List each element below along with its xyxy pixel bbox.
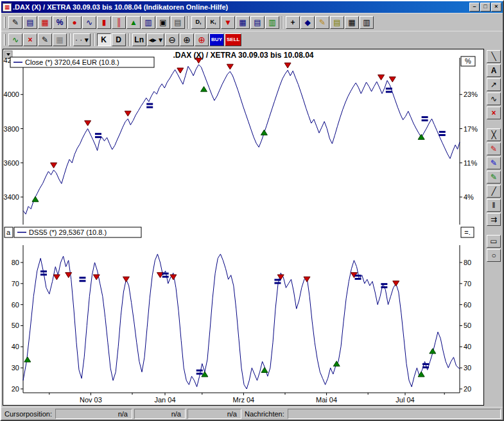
- price-axis-label: 4000: [4, 90, 19, 98]
- d-period-icon[interactable]: D,: [191, 16, 205, 29]
- daily-view-button[interactable]: D: [112, 33, 126, 46]
- rectangle-tool[interactable]: ▭: [487, 235, 501, 248]
- exit-marker: [79, 277, 85, 279]
- fan-arrows-tool[interactable]: ⇉: [487, 213, 501, 226]
- save-chart-icon[interactable]: ▣: [156, 16, 170, 29]
- crossed-lines-tool[interactable]: ╳: [487, 128, 501, 141]
- close-button[interactable]: ×: [491, 3, 501, 12]
- zoom-in-button[interactable]: ⊕: [180, 33, 194, 46]
- line-chart-icon[interactable]: ∿: [82, 16, 96, 29]
- bar-chart-icon[interactable]: ║: [112, 16, 126, 29]
- pencil-icon[interactable]: ✎: [38, 33, 52, 46]
- log-scale-button[interactable]: Ln: [132, 33, 146, 46]
- dss-axis-label: 40: [464, 343, 471, 350]
- toolbar-grip[interactable]: [4, 17, 6, 28]
- exit-marker: [439, 134, 446, 136]
- record-icon[interactable]: ●: [67, 16, 82, 29]
- exit-marker: [162, 276, 169, 278]
- ellipse-tool[interactable]: ○: [487, 249, 501, 262]
- dss-axis-label: 60: [464, 301, 471, 309]
- x-axis-label: Jul 04: [395, 396, 414, 404]
- exit-marker: [40, 270, 47, 272]
- dss-axis-label: 30: [12, 364, 19, 372]
- app-window: ▦ .DAX (X) / XETRA 30.09.03 bis 10.08.04…: [0, 0, 504, 421]
- window-title: .DAX (X) / XETRA 30.09.03 bis 10.08.04 (…: [13, 3, 467, 11]
- exit-marker: [79, 280, 85, 282]
- price-axis-label: 3800: [4, 125, 19, 133]
- dss-axis-label: 30: [464, 364, 471, 372]
- buy-button[interactable]: BUY: [209, 33, 224, 46]
- pan-tool-icon[interactable]: ◆: [300, 16, 315, 29]
- cursor-x-value: n/a: [55, 409, 132, 419]
- cursor-extra-value: n/a: [187, 409, 241, 419]
- palette-icon[interactable]: ▦: [53, 33, 67, 46]
- exit-marker: [146, 107, 153, 108]
- pencil-red-tool[interactable]: ✎: [487, 142, 501, 155]
- chart-svg: .DAX (X) / XETRA 30.09.03 bis 10.08.0442…: [3, 49, 484, 406]
- cross-markers-icon[interactable]: ×: [23, 33, 37, 46]
- window-controls: –□×: [469, 3, 501, 12]
- trade-signals-icon[interactable]: ▼: [221, 16, 235, 29]
- candle-chart-icon[interactable]: ▮: [97, 16, 111, 29]
- chart-edit-icon[interactable]: ✎: [8, 16, 22, 29]
- pencil-green-tool[interactable]: ✎: [487, 171, 501, 184]
- indicator-properties-label: =.: [464, 228, 470, 236]
- pencil-blue-tool[interactable]: ✎: [487, 157, 501, 169]
- percent-view-icon[interactable]: %: [53, 16, 67, 29]
- indicator-pane-label: a: [6, 228, 11, 236]
- hatch-lines-tool[interactable]: ╱: [487, 185, 501, 198]
- layout-icon[interactable]: ▥: [360, 16, 374, 29]
- dss-axis-label: 40: [12, 343, 19, 350]
- percent-unit-label: %: [465, 57, 471, 65]
- curve-tool[interactable]: ∿: [487, 92, 501, 105]
- arrow-tool[interactable]: ↗: [487, 78, 501, 91]
- exit-marker: [274, 279, 281, 281]
- mini-chart-icon[interactable]: ∿: [8, 33, 22, 46]
- notes-icon[interactable]: ▤: [330, 16, 344, 29]
- status-bar: Cursorposition: n/a n/a n/a Nachrichten:: [1, 407, 503, 420]
- minimize-button[interactable]: –: [469, 3, 480, 12]
- toolbar-separator: [282, 16, 283, 29]
- trend-line-tool[interactable]: ╲: [487, 50, 501, 63]
- exit-marker: [439, 131, 446, 133]
- title-bar[interactable]: ▦ .DAX (X) / XETRA 30.09.03 bis 10.08.04…: [1, 1, 503, 13]
- chart-area[interactable]: .DAX (X) / XETRA 30.09.03 bis 10.08.0442…: [3, 49, 484, 406]
- crosshair-icon[interactable]: +: [286, 16, 300, 29]
- color-tiles-icon[interactable]: ▦: [38, 16, 52, 29]
- report-table-icon[interactable]: ▥: [141, 16, 155, 29]
- toolbar-grip[interactable]: [4, 34, 6, 46]
- percent-axis-label: 17%: [464, 125, 478, 133]
- zoom-out-button[interactable]: ⊖: [165, 33, 179, 46]
- exit-marker: [162, 273, 169, 275]
- k-period-icon[interactable]: K,: [206, 16, 220, 29]
- toolbar-separator: [187, 16, 189, 29]
- drawing-toolstrip: ╲A↗∿×╳✎✎✎╱‖⇉▭○: [485, 47, 503, 407]
- grid-icon[interactable]: ▦: [345, 16, 359, 29]
- exit-marker: [196, 370, 203, 372]
- zoom-range-button[interactable]: ⊕: [195, 33, 209, 46]
- exit-marker: [422, 366, 429, 368]
- sell-button[interactable]: SELL: [225, 33, 241, 46]
- chart-title: .DAX (X) / XETRA 30.09.03 bis 10.08.04: [173, 51, 314, 60]
- toolbar-main: ✎▤▦%●∿▮║▲▥▣▤D,K,▼▦▤▥+◆✎▤▦▥: [1, 13, 503, 31]
- delete-drawing-tool[interactable]: ×: [487, 107, 501, 119]
- datasheet-icon[interactable]: ▥: [265, 16, 279, 29]
- x-axis-label: Nov 03: [80, 396, 102, 404]
- maximize-button[interactable]: □: [480, 3, 491, 12]
- copy-chart-icon[interactable]: ▤: [23, 16, 37, 29]
- scroll-dropdown[interactable]: ◂▸ ▾: [147, 33, 164, 46]
- light-pen-icon[interactable]: ✎: [315, 16, 329, 29]
- watchlist-icon[interactable]: ▤: [250, 16, 265, 29]
- mountain-chart-icon[interactable]: ▲: [126, 16, 141, 29]
- line-style-dropdown[interactable]: · · ▾: [73, 33, 91, 46]
- x-axis-label: Mai 04: [316, 396, 337, 404]
- print-icon[interactable]: ▤: [171, 16, 185, 29]
- quote-table-icon[interactable]: ▦: [236, 16, 250, 29]
- parallel-lines-tool[interactable]: ‖: [487, 199, 501, 212]
- text-tool[interactable]: A: [487, 64, 501, 77]
- exit-marker: [381, 286, 387, 288]
- exit-marker: [274, 282, 281, 284]
- exit-marker: [381, 283, 387, 285]
- candlestick-view-button[interactable]: K: [97, 33, 111, 46]
- news-label: Nachrichten:: [243, 410, 286, 418]
